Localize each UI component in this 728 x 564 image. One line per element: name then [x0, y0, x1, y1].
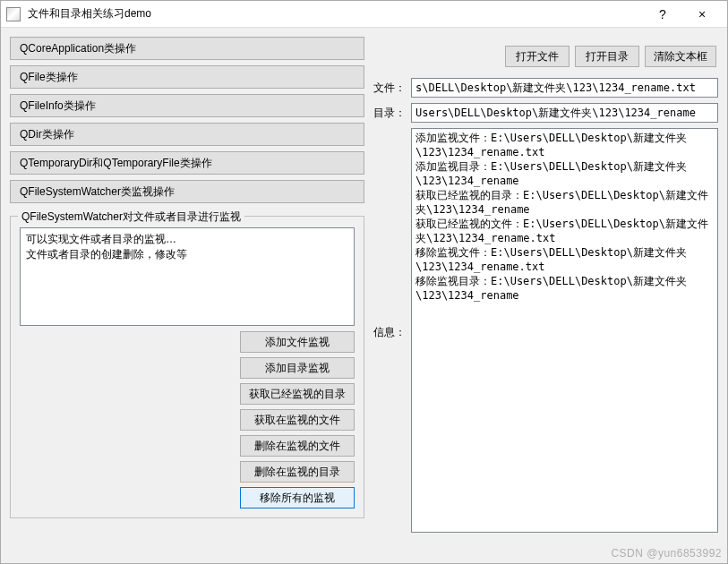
- dir-input[interactable]: [411, 103, 718, 123]
- remove-watched-dirs-button[interactable]: 删除在监视的目录: [240, 461, 355, 483]
- dir-row: 目录：: [373, 103, 718, 123]
- get-watched-files-button[interactable]: 获取在监视的文件: [240, 409, 355, 431]
- qtemporary-button[interactable]: QTemporaryDir和QTemporaryFile类操作: [10, 151, 364, 175]
- file-row: 文件：: [373, 78, 718, 98]
- top-button-row: 打开文件 打开目录 清除文本框: [373, 37, 718, 73]
- help-button[interactable]: ?: [643, 1, 682, 28]
- app-window: 文件和目录相关练习demo ? × QCoreApplication类操作 QF…: [0, 0, 728, 564]
- left-column: QCoreApplication类操作 QFile类操作 QFileInfo类操…: [10, 37, 364, 554]
- remove-all-watches-button[interactable]: 移除所有的监视: [240, 487, 355, 508]
- watcher-groupbox: QFileSystemWatcher对文件或者目录进行监视 可以实现文件或者目录…: [10, 216, 364, 518]
- content-area: QCoreApplication类操作 QFile类操作 QFileInfo类操…: [1, 28, 727, 563]
- qfilesystemwatcher-button[interactable]: QFileSystemWatcher类监视操作: [10, 180, 364, 203]
- qcoreapplication-button[interactable]: QCoreApplication类操作: [10, 37, 364, 60]
- qdir-button[interactable]: QDir类操作: [10, 123, 364, 146]
- window-title: 文件和目录相关练习demo: [28, 6, 643, 21]
- remove-watched-files-button[interactable]: 删除在监视的文件: [240, 435, 355, 457]
- add-dir-watch-button[interactable]: 添加目录监视: [240, 357, 355, 379]
- open-file-button[interactable]: 打开文件: [505, 46, 570, 67]
- add-file-watch-button[interactable]: 添加文件监视: [240, 331, 355, 353]
- file-input[interactable]: [411, 78, 718, 98]
- qfileinfo-button[interactable]: QFileInfo类操作: [10, 94, 364, 117]
- watcher-button-stack: 添加文件监视 添加目录监视 获取已经监视的目录 获取在监视的文件 删除在监视的文…: [20, 331, 355, 508]
- qfile-button[interactable]: QFile类操作: [10, 65, 364, 89]
- info-row: 信息：: [373, 128, 718, 554]
- get-watched-dirs-button[interactable]: 获取已经监视的目录: [240, 383, 355, 405]
- description-box[interactable]: 可以实现文件或者目录的监视… 文件或者目录的创建删除，修改等: [20, 227, 355, 326]
- close-button[interactable]: ×: [682, 1, 722, 28]
- clear-textbox-button[interactable]: 清除文本框: [645, 46, 716, 67]
- info-textarea[interactable]: [411, 128, 718, 533]
- file-label: 文件：: [373, 81, 406, 96]
- app-icon: [6, 7, 21, 21]
- titlebar: 文件和目录相关练习demo ? ×: [1, 1, 727, 28]
- right-column: 打开文件 打开目录 清除文本框 文件： 目录： 信息：: [373, 37, 718, 554]
- groupbox-title: QFileSystemWatcher对文件或者目录进行监视: [18, 209, 244, 225]
- dir-label: 目录：: [373, 106, 406, 121]
- open-dir-button[interactable]: 打开目录: [575, 46, 639, 67]
- info-label: 信息：: [373, 128, 406, 340]
